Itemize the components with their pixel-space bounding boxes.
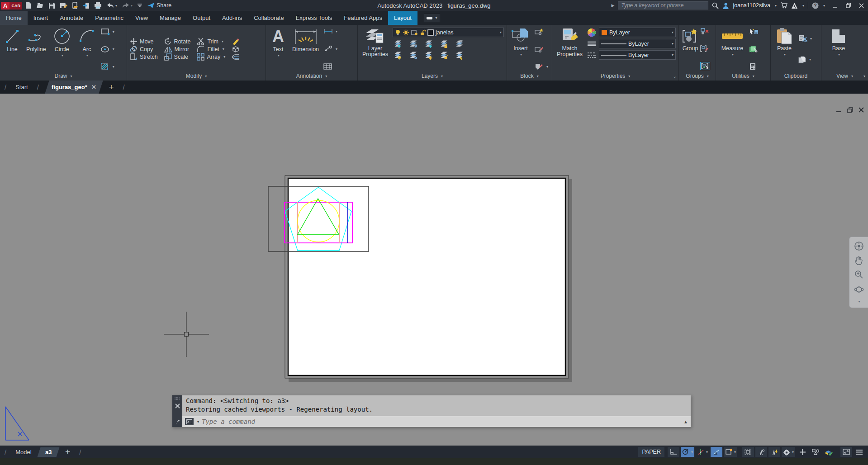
text-button[interactable]: A Text ▾	[269, 27, 288, 71]
tab-add-ins[interactable]: Add-ins	[216, 11, 248, 25]
layout-a3-tab[interactable]: a3	[37, 447, 59, 457]
hatch-button[interactable]: ▾	[100, 63, 114, 70]
command-wrench-icon[interactable]	[175, 419, 180, 425]
redo-caret-icon[interactable]: ▾	[131, 4, 133, 8]
paste-button[interactable]: Paste ▾	[773, 27, 795, 71]
share-button[interactable]: Share	[147, 2, 171, 9]
new-file-icon[interactable]	[25, 2, 32, 9]
layer-thaw-sun-icon[interactable]	[403, 29, 409, 36]
autotrack-button[interactable]: ▾	[696, 447, 709, 457]
graphics-performance-button[interactable]	[823, 447, 835, 457]
tab-collaborate[interactable]: Collaborate	[248, 11, 290, 25]
command-options-caret-icon[interactable]: ▾	[197, 420, 199, 424]
layer-dropdown[interactable]: janelas ▾	[393, 28, 504, 37]
group-selection-toggle[interactable]	[700, 62, 710, 70]
utilities-panel-label[interactable]: Utilities▾	[716, 71, 770, 81]
tab-featured-apps[interactable]: Featured Apps	[338, 11, 388, 25]
grid-display-button[interactable]	[668, 447, 679, 457]
layer-match-icon[interactable]	[408, 51, 419, 60]
search-expand-icon[interactable]: ▶	[612, 3, 615, 8]
command-input[interactable]	[202, 418, 681, 425]
save-as-icon[interactable]	[60, 2, 67, 9]
command-prompt-icon[interactable]	[185, 418, 194, 425]
plot-icon[interactable]	[94, 2, 102, 9]
command-window[interactable]: Command: <Switching to: a3> Restoring ca…	[172, 395, 691, 427]
annotation-panel-label[interactable]: Annotation▾	[266, 71, 357, 81]
move-button[interactable]: Move	[130, 38, 158, 45]
restore-button[interactable]	[842, 0, 855, 11]
help-icon[interactable]: ?	[812, 2, 819, 9]
draw-panel-label[interactable]: Draw▾	[0, 71, 127, 81]
rectangle-button[interactable]: ▾	[100, 28, 114, 35]
workspace-caret-icon[interactable]: ▾	[792, 450, 794, 454]
new-layout-button[interactable]: +	[65, 447, 70, 457]
drawing-restore-button[interactable]	[846, 106, 854, 114]
command-input-row[interactable]: ▾ ▲	[182, 416, 691, 427]
username[interactable]: joana1102silva	[733, 2, 770, 9]
tab-view[interactable]: View	[129, 11, 154, 25]
polyline-button[interactable]: Polyline	[24, 27, 48, 71]
command-expand-icon[interactable]: ▲	[683, 419, 688, 424]
dimension-linear-button[interactable]: ▾	[323, 28, 337, 34]
quick-select-button[interactable]	[749, 28, 759, 35]
file-tab-start[interactable]: Start	[11, 81, 32, 94]
scale-button[interactable]: Scale	[164, 53, 191, 61]
measure-caret-icon[interactable]: ▾	[732, 52, 734, 57]
object-color-dropdown[interactable]: ByLayer ▾	[599, 28, 676, 37]
array-caret-icon[interactable]: ▾	[223, 55, 225, 59]
block-panel-label[interactable]: Block▾	[507, 71, 552, 81]
fillet-button[interactable]: Fillet ▾	[197, 46, 225, 53]
autodesk-logo-icon[interactable]	[791, 3, 798, 9]
snap-caret-icon[interactable]: ▾	[691, 450, 693, 454]
user-menu-caret-icon[interactable]: ▾	[775, 4, 777, 8]
pan-hand-icon[interactable]	[854, 256, 864, 265]
create-block-button[interactable]	[534, 28, 548, 35]
layer-unlock-icon[interactable]	[420, 29, 426, 36]
arc-button[interactable]: Arc ▾	[76, 27, 98, 71]
search-input[interactable]	[618, 1, 708, 9]
autotrack-caret-icon[interactable]: ▾	[706, 450, 708, 454]
layer-color-swatch[interactable]	[427, 29, 434, 36]
tab-insert[interactable]: Insert	[28, 11, 54, 25]
save-icon[interactable]	[48, 2, 55, 9]
base-caret-icon[interactable]: ▾	[838, 52, 840, 57]
line-button[interactable]: Line	[3, 27, 22, 71]
search-icon[interactable]	[712, 2, 719, 9]
tab-parametric[interactable]: Parametric	[89, 11, 129, 25]
redo-button[interactable]: ▾	[122, 3, 133, 8]
close-button[interactable]	[855, 0, 868, 11]
layer-on-tool-icon[interactable]	[393, 51, 403, 60]
group-button[interactable]: Group	[682, 27, 699, 71]
dimension-button[interactable]: Dimension	[290, 27, 321, 71]
object-snap-button[interactable]: ▾	[724, 447, 737, 457]
insert-caret-icon[interactable]: ▾	[520, 52, 522, 57]
help-menu-caret-icon[interactable]: ▾	[823, 4, 825, 8]
select-similar-button[interactable]	[749, 46, 759, 53]
offset-button[interactable]	[232, 54, 240, 60]
erase-button[interactable]	[232, 38, 240, 45]
new-drawing-tab-button[interactable]: +	[109, 82, 114, 92]
layer-off-icon[interactable]	[393, 39, 403, 48]
layer-on-bulb-icon[interactable]	[395, 29, 401, 36]
properties-panel-label[interactable]: Properties▾ ⌄	[552, 71, 678, 81]
minimize-button[interactable]	[829, 0, 842, 11]
quick-properties-button[interactable]	[810, 447, 821, 457]
tab-output[interactable]: Output	[187, 11, 216, 25]
layer-lock-icon[interactable]	[439, 39, 450, 48]
clean-screen-button[interactable]	[840, 447, 852, 457]
lineweight-icon[interactable]	[587, 40, 596, 47]
block-editor-button[interactable]: ▾	[534, 63, 548, 70]
make-current-layer-icon[interactable]	[454, 39, 465, 48]
rotate-button[interactable]: Rotate	[164, 38, 191, 45]
layer-walk-icon[interactable]	[454, 51, 465, 60]
copy-clip-button[interactable]: ▾	[798, 56, 812, 63]
tab-layout[interactable]: Layout	[388, 11, 417, 25]
open-folder-icon[interactable]	[36, 2, 44, 9]
copy-button[interactable]: Copy	[130, 45, 158, 53]
circle-button[interactable]: Circle ▾	[51, 27, 73, 71]
navbar-menu-caret-icon[interactable]: ▾	[858, 299, 860, 304]
workspace-settings-button[interactable]: ▾	[782, 447, 795, 457]
quick-calculator-button[interactable]	[749, 63, 759, 70]
command-window-grip[interactable]	[172, 395, 182, 427]
linetype-dropdown[interactable]: ByLayer ▾	[599, 50, 676, 60]
